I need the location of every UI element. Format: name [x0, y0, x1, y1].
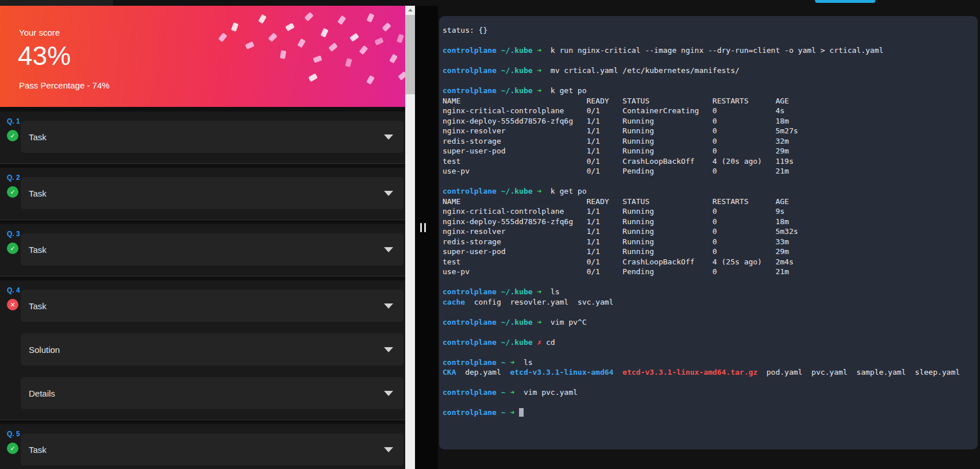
question-rows: TaskSolutionDetails [21, 290, 403, 409]
chevron-down-icon [384, 391, 393, 396]
confetti-piece [304, 12, 313, 21]
terminal-line: cache config resovler.yaml svc.yaml [443, 297, 975, 307]
score-title: Your score [19, 28, 60, 37]
confetti-piece [320, 28, 328, 37]
confetti-piece [245, 41, 254, 49]
terminal-line [443, 56, 975, 66]
confetti-piece [328, 43, 338, 52]
scrollbar-thumb[interactable] [405, 15, 415, 94]
terminal-line: use-pv 0/1 Pending 0 21m [443, 267, 975, 277]
confetti-piece [382, 22, 391, 32]
question-section: Q. 4✕TaskSolutionDetails [0, 280, 405, 420]
active-tab-indicator [815, 0, 875, 3]
terminal-line: controlplane ~ ➜ vim pvc.yaml [443, 387, 975, 398]
question-rows: Task [21, 233, 403, 266]
terminal-line: controlplane ~/.kube ➜ k get po [443, 186, 975, 197]
accordion-label: Task [29, 245, 47, 255]
confetti-piece [280, 50, 286, 59]
question-number: Q. 3 [7, 230, 20, 238]
scrollbar-up-button[interactable] [405, 6, 415, 14]
confetti-piece [366, 13, 374, 22]
accordion-label: Task [29, 189, 47, 198]
question-rows: Task [21, 177, 403, 209]
question-section: Q. 2✓Task [0, 168, 405, 220]
question-number: Q. 5 [7, 430, 20, 438]
terminal-line: controlplane ~/.kube ✗ cd [443, 337, 975, 348]
accordion-task[interactable]: Task [21, 290, 403, 322]
terminal-line: controlplane ~/.kube ➜ mv crtical.yaml /… [443, 66, 975, 76]
confetti-piece [258, 14, 267, 24]
confetti-piece [366, 75, 375, 85]
terminal-line: status: {} [443, 25, 975, 36]
confetti-piece [285, 23, 295, 32]
confetti-piece [374, 37, 383, 45]
accordion-task[interactable]: Task [21, 121, 403, 153]
confetti-piece [389, 54, 398, 64]
terminal-line [443, 378, 975, 388]
chevron-down-icon [384, 134, 393, 140]
accordion-solution[interactable]: Solution [21, 333, 403, 366]
resize-handle-icon[interactable] [420, 223, 426, 232]
question-number: Q. 4 [7, 286, 20, 294]
confetti-piece [337, 16, 346, 25]
terminal-line: controlplane ~/.kube ➜ vim pv^C [443, 317, 975, 328]
pass-percentage: Pass Percentage - 74% [19, 80, 110, 90]
terminal-line: nginx-deploy-555dd78576-zfq6g 1/1 Runnin… [443, 217, 975, 227]
accordion-task[interactable]: Task [21, 177, 403, 209]
chevron-down-icon [384, 447, 393, 452]
accordion-task[interactable]: Task [21, 233, 403, 266]
check-icon: ✓ [7, 443, 18, 454]
questions-list: Q. 1✓TaskQ. 2✓TaskQ. 3✓TaskQ. 4✕TaskSolu… [0, 107, 405, 469]
terminal-line: nginx-critical-controlplane 1/1 Running … [443, 206, 975, 217]
confetti-piece [398, 71, 405, 80]
accordion-task[interactable]: Task [21, 433, 403, 466]
terminal-line: NAME READY STATUS RESTARTS AGE [443, 197, 975, 207]
confetti-piece [359, 45, 368, 55]
confetti-piece [397, 34, 404, 43]
terminal-line: controlplane ~/.kube ➜ k get po [443, 86, 975, 96]
terminal-section: status: {} controlplane ~/.kube ➜ k run … [438, 6, 980, 469]
check-icon: ✓ [7, 186, 18, 198]
accordion-details[interactable]: Details [21, 377, 403, 409]
terminal-line: redis-storage 1/1 Running 0 32m [443, 136, 975, 147]
terminal-line: super-user-pod 1/1 Running 0 29m [443, 247, 975, 257]
terminal-line: CKA dep.yaml etcd-v3.3.1-linux-amd64 etc… [443, 367, 975, 378]
terminal[interactable]: status: {} controlplane ~/.kube ➜ k run … [439, 16, 978, 449]
terminal-line: nginx-resolver 1/1 Running 0 5m27s [443, 126, 975, 136]
score-card: Your score 43% Pass Percentage - 74% [0, 6, 405, 107]
terminal-line [443, 307, 975, 317]
terminal-line: NAME READY STATUS RESTARTS AGE [443, 96, 975, 106]
confetti-piece [231, 22, 239, 32]
accordion-label: Solution [29, 345, 60, 355]
terminal-line: super-user-pod 1/1 Running 0 29m [443, 146, 975, 156]
check-icon: ✓ [7, 130, 18, 141]
terminal-line: test 0/1 CrashLoopBackOff 4 (20s ago) 11… [443, 156, 975, 167]
accordion-label: Task [29, 132, 47, 142]
question-section: Q. 3✓Task [0, 224, 405, 276]
chevron-down-icon [384, 303, 393, 309]
terminal-line: controlplane ~/.kube ➜ ls [443, 287, 975, 297]
terminal-cursor [519, 408, 524, 417]
terminal-line: nginx-critical-controlplane 0/1 Containe… [443, 106, 975, 116]
question-section: Q. 1✓Task [0, 112, 405, 164]
left-panel-scrollbar[interactable] [405, 6, 415, 469]
terminal-line [443, 176, 975, 187]
confetti-piece [218, 33, 228, 43]
chevron-down-icon [384, 247, 393, 252]
terminal-output: status: {} controlplane ~/.kube ➜ k run … [443, 25, 975, 418]
confetti-piece [313, 55, 322, 63]
question-number: Q. 2 [7, 174, 20, 182]
question-section: Q. 5✓Task [0, 424, 405, 469]
terminal-line: nginx-resolver 1/1 Running 0 5m32s [443, 226, 975, 237]
main-layout: Your score 43% Pass Percentage - 74% Q. … [0, 6, 980, 469]
confetti-piece [268, 33, 277, 42]
terminal-line [443, 36, 975, 46]
accordion-label: Task [29, 301, 47, 311]
question-number: Q. 1 [7, 117, 20, 125]
panel-divider [415, 6, 438, 469]
terminal-line: redis-storage 1/1 Running 0 33m [443, 237, 975, 247]
score-value: 43% [18, 40, 71, 71]
confetti-piece [297, 39, 306, 48]
accordion-label: Details [29, 389, 55, 398]
check-icon: ✓ [7, 243, 18, 254]
